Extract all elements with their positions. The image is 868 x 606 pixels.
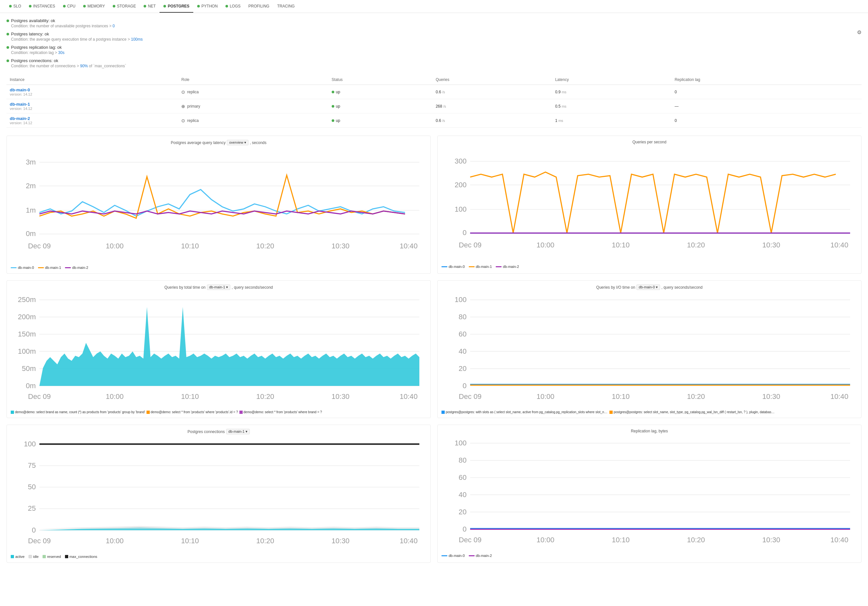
replication-lag-value: — [675,104,679,109]
svg-text:2m: 2m [26,182,36,190]
chart-qps: Queries per second 300 200 100 0 Dec 09 … [437,135,862,274]
logs-status-dot [225,5,228,8]
chart-latency-title: Postgres average query latency overview … [11,140,426,145]
svg-text:0: 0 [32,526,36,534]
conn-legend-idle: idle [29,555,39,559]
latency-unit: ms [562,90,567,94]
role-label: replica [187,90,198,94]
queries-io-dropdown[interactable]: db-main-0 ▾ [636,284,660,290]
rl-legend-db-main-2: db-main-2 [469,554,492,558]
status-latency: Postgres latency: ok Condition: the aver… [6,31,862,42]
legend-db-main-1-color [38,267,44,268]
nav-logs-label: LOGS [230,4,240,8]
replication-lag-svg: 100 80 60 40 20 0 Dec 09 10:00 10:10 10:… [442,436,857,551]
settings-button[interactable]: ⚙ [857,29,862,36]
role-icon: ⊕ [181,104,185,109]
connections-dropdown[interactable]: db-main-1 ▾ [226,429,250,434]
instance-name-cell: db-main-0 version: 14.12 [6,85,178,99]
qi-legend-2: postgres@postgres: select slot_name, slo… [609,410,776,414]
chart-queries-io-title: Queries by I/O time on db-main-0 ▾ , que… [442,284,857,290]
qps-legend-db-main-1-label: db-main-1 [476,265,492,269]
svg-text:200m: 200m [18,313,36,321]
instance-name[interactable]: db-main-2 [10,116,175,121]
cpu-status-dot [63,5,66,8]
latency-value: 0.5 [555,104,561,109]
legend-db-main-2-color [65,267,71,268]
queries-value: 268 [436,104,442,109]
svg-text:10:00: 10:00 [536,241,554,249]
queries-value: 0.6 [436,90,441,94]
svg-text:0m: 0m [26,230,36,238]
replication-lag-value: 0 [675,118,677,123]
status-label: up [336,90,340,94]
latency-unit: ms [558,119,563,123]
queries-total-svg: 250m 200m 150m 100m 50m 0m Dec 09 10:00 … [11,292,426,407]
svg-text:10:00: 10:00 [105,242,124,250]
role-cell: ⊙ replica [181,118,325,123]
qps-legend-db-main-2-label: db-main-2 [503,265,519,269]
col-latency: Latency [552,75,671,85]
svg-text:10:10: 10:10 [612,392,629,401]
conn-legend-reserved: reserved [43,555,61,559]
nav-python[interactable]: PYTHON [193,0,222,13]
queries-value: 0.6 [436,118,441,123]
replication-lag-link[interactable]: 30s [58,50,64,55]
replication-lag-condition: Condition: replication lag > 30s [11,50,862,55]
queries-unit: /s [442,90,445,94]
queries-total-dropdown[interactable]: db-main-1 ▾ [207,284,231,290]
instance-name-cell: db-main-1 version: 14.12 [6,99,178,113]
qt-legend-3: demo@demo: select * from 'products' wher… [239,410,322,414]
python-status-dot [197,5,200,8]
svg-text:10:10: 10:10 [612,241,629,249]
svg-text:10:10: 10:10 [181,242,199,250]
nav-net[interactable]: NET [140,0,160,13]
nav-profiling[interactable]: PROFILING [244,0,273,13]
svg-text:10:30: 10:30 [763,241,780,249]
svg-text:10:30: 10:30 [332,242,350,250]
instance-role-cell: ⊙ replica [178,113,329,128]
qps-svg: 300 200 100 0 Dec 09 10:00 10:10 10:20 1… [442,147,857,262]
instance-name[interactable]: db-main-1 [10,102,175,107]
nav-cpu[interactable]: CPU [59,0,79,13]
slo-status-dot [9,5,12,8]
qps-legend-db-main-0-label: db-main-0 [449,265,465,269]
nav-storage[interactable]: STORAGE [109,0,140,13]
chart-queries-io: Queries by I/O time on db-main-0 ▾ , que… [437,280,862,418]
connections-link[interactable]: 90% [80,64,88,68]
instance-version: version: 14.12 [10,121,175,125]
chart-queries-total-title: Queries by total time on db-main-1 ▾ , q… [11,284,426,290]
role-cell: ⊕ primary [181,104,325,109]
svg-text:10:20: 10:20 [256,242,274,250]
instance-status-cell: up [329,113,432,128]
svg-text:50: 50 [28,483,36,491]
chart-queries-total: Queries by total time on db-main-1 ▾ , q… [6,280,431,418]
nav-storage-label: STORAGE [117,4,136,8]
status-up: up [332,104,429,109]
nav-tracing[interactable]: TRACING [273,0,299,13]
status-dot [332,105,334,107]
latency-dropdown[interactable]: overview ▾ [227,140,248,145]
svg-text:20: 20 [459,508,467,516]
nav-postgres[interactable]: POSTGRES [160,0,193,13]
legend-db-main-1-label: db-main-1 [45,266,61,269]
svg-text:10:10: 10:10 [181,537,199,545]
col-queries: Queries [432,75,552,85]
nav-instances[interactable]: INSTANCES [25,0,59,13]
role-label: primary [187,104,200,109]
availability-condition: Condition: the number of unavailable pos… [11,24,862,28]
chart-qps-title: Queries per second [442,140,857,145]
instance-role-cell: ⊙ replica [178,85,329,99]
nav-memory[interactable]: MEMORY [79,0,109,13]
instance-latency-cell: 0.5 ms [552,99,671,113]
availability-link[interactable]: 0 [113,24,115,28]
svg-text:10:10: 10:10 [612,536,629,544]
latency-link[interactable]: 100ms [131,37,143,42]
nav-logs[interactable]: LOGS [222,0,244,13]
instance-name[interactable]: db-main-0 [10,87,175,92]
svg-text:200: 200 [454,181,467,189]
status-dot [332,119,334,122]
qps-legend-db-main-2-color [496,266,502,267]
svg-text:100: 100 [24,440,36,448]
availability-dot [6,20,9,22]
nav-slo[interactable]: SLO [5,0,25,13]
